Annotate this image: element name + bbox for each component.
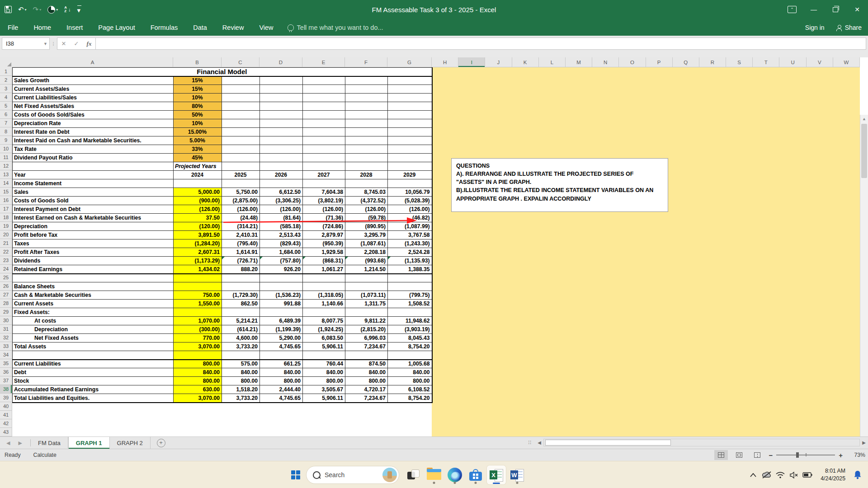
cell-E7[interactable] xyxy=(303,119,345,128)
cell-F16[interactable]: (4,372.52) xyxy=(345,197,388,205)
column-header-P[interactable]: P xyxy=(646,57,673,67)
cell-A27[interactable]: Cash & Marketable Securities xyxy=(13,291,174,300)
cell-E10[interactable] xyxy=(303,145,345,154)
cell-A20[interactable]: Profit before Tax xyxy=(13,231,174,239)
row-header-33[interactable]: 33 xyxy=(0,342,12,351)
row-header-39[interactable]: 39 xyxy=(0,394,12,402)
cell-E13[interactable]: 2027 xyxy=(303,171,345,179)
cell-D11[interactable] xyxy=(260,154,303,162)
add-sheet-button[interactable]: + xyxy=(157,439,165,447)
cell-E35[interactable]: 760.44 xyxy=(303,360,345,368)
cell-D6[interactable] xyxy=(260,111,303,119)
ribbon-display-options-button[interactable]: ⌃ xyxy=(781,0,803,19)
cell-D33[interactable]: 4,745.65 xyxy=(260,343,303,351)
cell-B7[interactable]: 10% xyxy=(174,119,222,128)
cell-F21[interactable]: (1,087.61) xyxy=(345,239,388,248)
cell-D19[interactable]: (585.18) xyxy=(260,222,303,231)
cell-E31[interactable]: (1,924.25) xyxy=(303,325,345,334)
row-header-17[interactable]: 17 xyxy=(0,205,12,213)
cell-F29[interactable] xyxy=(345,308,388,317)
cell-B37[interactable]: 800.00 xyxy=(174,377,222,385)
cell-F34[interactable] xyxy=(345,351,388,360)
cell-E30[interactable]: 8,007.75 xyxy=(303,317,345,325)
row-header-24[interactable]: 24 xyxy=(0,265,12,273)
cell-D16[interactable]: (3,306.25) xyxy=(260,197,303,205)
cell-G37[interactable]: 800.00 xyxy=(388,377,432,385)
cell-D24[interactable]: 926.20 xyxy=(260,265,303,274)
cell-B3[interactable]: 15% xyxy=(174,85,222,94)
cell-B18[interactable]: 37.50 xyxy=(174,214,222,222)
column-header-G[interactable]: G xyxy=(387,57,432,67)
cell-F7[interactable] xyxy=(345,119,388,128)
cell-D9[interactable] xyxy=(260,136,303,145)
excel-button[interactable]: X xyxy=(487,465,506,484)
cell-G32[interactable]: 8,045.43 xyxy=(388,334,432,343)
cell-D14[interactable] xyxy=(260,179,303,188)
formula-input[interactable] xyxy=(95,38,866,50)
cell-C5[interactable] xyxy=(222,102,260,111)
cell-E2[interactable] xyxy=(303,76,345,85)
cell-F32[interactable]: 6,996.03 xyxy=(345,334,388,343)
formula-bar-drag-handle[interactable]: ⁞ xyxy=(50,38,57,50)
cell-B36[interactable]: 840.00 xyxy=(174,368,222,377)
sheet-tab-fm-data[interactable]: FM Data xyxy=(31,437,68,449)
horizontal-scroll-thumb[interactable] xyxy=(545,440,671,446)
ribbon-tab-page-layout[interactable]: Page Layout xyxy=(90,19,142,36)
cell-B9[interactable]: 5.00% xyxy=(174,136,222,145)
cell-C20[interactable]: 2,410.31 xyxy=(222,231,260,239)
row-header-4[interactable]: 4 xyxy=(0,93,12,102)
cell-A34[interactable] xyxy=(13,351,174,360)
cell-G35[interactable]: 1,005.68 xyxy=(388,360,432,368)
cell-C27[interactable]: (1,729.30) xyxy=(222,291,260,300)
cell-G5[interactable] xyxy=(388,102,432,111)
normal-view-button[interactable] xyxy=(714,450,728,460)
column-header-K[interactable]: K xyxy=(512,57,539,67)
cell-B32[interactable]: 770.00 xyxy=(174,334,222,343)
row-header-14[interactable]: 14 xyxy=(0,179,12,188)
cell-D21[interactable]: (829.43) xyxy=(260,239,303,248)
cell-D26[interactable] xyxy=(260,282,303,291)
cell-C15[interactable]: 5,750.00 xyxy=(222,188,260,197)
scroll-up-icon[interactable]: ▲ xyxy=(860,115,868,123)
cell-B17[interactable]: (126.00) xyxy=(174,205,222,214)
cell-D32[interactable]: 5,290.00 xyxy=(260,334,303,343)
ribbon-tab-home[interactable]: Home xyxy=(26,19,59,36)
cell-C38[interactable]: 1,518.20 xyxy=(222,385,260,394)
cell-C21[interactable]: (795.40) xyxy=(222,239,260,248)
cell-B30[interactable]: 1,070.00 xyxy=(174,317,222,325)
cell-G36[interactable]: 840.00 xyxy=(388,368,432,377)
cell-G34[interactable] xyxy=(388,351,432,360)
cell-B12[interactable]: Projected Years xyxy=(174,162,222,171)
cell-G3[interactable] xyxy=(388,85,432,94)
cell-G29[interactable] xyxy=(388,308,432,317)
cell-D28[interactable]: 991.88 xyxy=(260,300,303,308)
cell-D20[interactable]: 2,513.43 xyxy=(260,231,303,239)
column-header-N[interactable]: N xyxy=(592,57,619,67)
name-box[interactable]: I38 ▼ xyxy=(2,38,50,50)
cell-C11[interactable] xyxy=(222,154,260,162)
cell-E16[interactable]: (3,802.19) xyxy=(303,197,345,205)
cell-B16[interactable]: (900.00) xyxy=(174,197,222,205)
cell-B13[interactable]: 2024 xyxy=(174,171,222,179)
cell-G6[interactable] xyxy=(388,111,432,119)
column-header-Q[interactable]: Q xyxy=(673,57,699,67)
cell-A2[interactable]: Sales Growth xyxy=(13,76,174,85)
row-header-23[interactable]: 23 xyxy=(0,256,12,265)
ribbon-tab-file[interactable]: File xyxy=(0,19,26,36)
cell-A5[interactable]: Net Fixed Assets/Sales xyxy=(13,102,174,111)
cell-C26[interactable] xyxy=(222,282,260,291)
cell-E36[interactable]: 840.00 xyxy=(303,368,345,377)
row-header-10[interactable]: 10 xyxy=(0,145,12,153)
cell-D12[interactable] xyxy=(260,162,303,171)
column-header-I[interactable]: I xyxy=(458,57,485,67)
row-header-20[interactable]: 20 xyxy=(0,230,12,239)
cell-D5[interactable] xyxy=(260,102,303,111)
cell-C7[interactable] xyxy=(222,119,260,128)
cell-C13[interactable]: 2025 xyxy=(222,171,260,179)
page-layout-view-button[interactable] xyxy=(732,450,746,460)
row-header-11[interactable]: 11 xyxy=(0,153,12,162)
edge-button[interactable] xyxy=(445,465,464,484)
cell-C25[interactable] xyxy=(222,274,260,282)
cell-E20[interactable]: 2,879.97 xyxy=(303,231,345,239)
cell-G24[interactable]: 1,388.35 xyxy=(388,265,432,274)
